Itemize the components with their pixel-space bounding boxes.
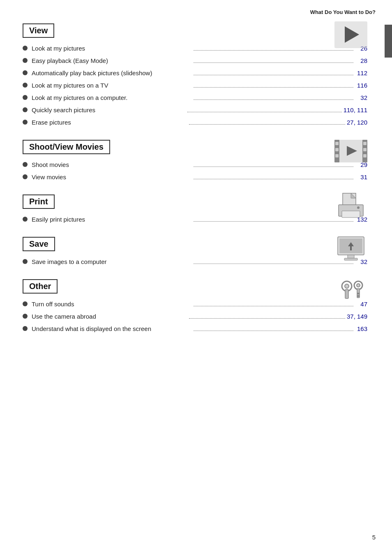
film-icon xyxy=(334,138,367,166)
item-label: Quickly search pictures xyxy=(32,105,186,115)
list-item: Save images to a computer32 xyxy=(23,257,367,267)
item-label: View movies xyxy=(32,172,192,182)
svg-rect-25 xyxy=(345,289,348,298)
bullet-icon xyxy=(23,174,28,179)
svg-rect-5 xyxy=(335,142,339,145)
svg-rect-19 xyxy=(348,255,354,258)
other-icon xyxy=(334,277,367,307)
svg-rect-15 xyxy=(342,211,360,217)
item-label: Look at my pictures on a computer. xyxy=(32,93,192,103)
page-tab xyxy=(385,25,392,58)
svg-rect-10 xyxy=(363,154,367,157)
page-header: What Do You Want to Do? xyxy=(0,0,392,19)
bullet-icon xyxy=(23,314,28,319)
list-item: Quickly search pictures110, 111 xyxy=(23,105,367,115)
main-content: View Look at my pictures26Easy playback … xyxy=(0,19,392,363)
section-save-header: Save xyxy=(23,237,367,251)
list-item: Turn off sounds47 xyxy=(23,299,367,309)
dot-leader xyxy=(194,99,354,100)
section-print-header: Print xyxy=(23,194,367,209)
section-print-body: Easily print pictures132 xyxy=(23,215,367,224)
section-view-title: View xyxy=(23,23,54,38)
svg-rect-6 xyxy=(335,148,339,151)
bullet-icon xyxy=(23,120,28,125)
page-reference: 116 xyxy=(355,81,367,90)
svg-rect-22 xyxy=(350,246,352,250)
dot-leader xyxy=(189,318,345,319)
dot-leader xyxy=(194,50,354,51)
list-item: Shoot movies29 xyxy=(23,160,367,170)
section-shoot-movies-title: Shoot/View Movies xyxy=(23,140,110,154)
list-item: View movies31 xyxy=(23,172,367,182)
svg-rect-29 xyxy=(357,293,360,294)
bullet-icon xyxy=(23,301,28,306)
bullet-icon xyxy=(23,326,28,331)
dot-leader xyxy=(194,221,354,222)
list-item: Automatically play back pictures (slides… xyxy=(23,68,367,78)
svg-point-16 xyxy=(357,206,360,209)
bullet-icon xyxy=(23,95,28,100)
section-other-body: Turn off sounds47Use the camera abroad37… xyxy=(23,299,367,334)
section-view-body: Look at my pictures26Easy playback (Easy… xyxy=(23,44,367,127)
list-item: Erase pictures27, 120 xyxy=(23,118,367,127)
section-other-title: Other xyxy=(23,279,58,294)
section-shoot-movies: Shoot/View Movies Shoot movies29View mov… xyxy=(23,140,367,182)
page-reference: 110, 111 xyxy=(344,105,367,115)
section-save-title: Save xyxy=(23,237,55,251)
item-label: Look at my pictures on a TV xyxy=(32,81,192,90)
page-reference: 32 xyxy=(355,93,367,103)
bullet-icon xyxy=(23,107,28,112)
item-label: Easy playback (Easy Mode) xyxy=(32,56,192,66)
item-label: Automatically play back pictures (slides… xyxy=(32,68,192,78)
print-icon xyxy=(334,192,367,222)
section-save: Save Save images to a computer32 xyxy=(23,237,367,267)
item-label: Turn off sounds xyxy=(32,299,192,309)
section-print-title: Print xyxy=(23,194,55,209)
page-reference: 163 xyxy=(355,324,367,334)
bullet-icon xyxy=(23,217,28,222)
svg-rect-30 xyxy=(357,295,360,297)
item-label: Look at my pictures xyxy=(32,44,192,53)
section-save-body: Save images to a computer32 xyxy=(23,257,367,267)
section-shoot-movies-header: Shoot/View Movies xyxy=(23,140,367,154)
section-other-header: Other xyxy=(23,279,367,294)
section-shoot-movies-body: Shoot movies29View movies31 xyxy=(23,160,367,182)
list-item: Understand what is displayed on the scre… xyxy=(23,324,367,334)
bullet-icon xyxy=(23,58,28,63)
bullet-icon xyxy=(23,162,28,167)
page-reference: 31 xyxy=(355,172,367,182)
dot-leader xyxy=(194,62,354,63)
item-label: Shoot movies xyxy=(32,160,192,170)
section-print: Print Easily print pictures132 xyxy=(23,194,367,224)
bullet-icon xyxy=(23,70,28,75)
bullet-icon xyxy=(23,259,28,264)
list-item: Look at my pictures26 xyxy=(23,44,367,53)
section-view: View Look at my pictures26Easy playback … xyxy=(23,23,367,127)
dot-leader xyxy=(194,264,354,264)
bullet-icon xyxy=(23,46,28,51)
bullet-icon xyxy=(23,83,28,88)
svg-rect-20 xyxy=(344,258,357,260)
section-view-header: View xyxy=(23,23,367,38)
dot-leader xyxy=(194,179,354,179)
page-reference: 27, 120 xyxy=(347,118,367,127)
dot-leader xyxy=(194,75,354,75)
play-icon xyxy=(334,21,367,49)
item-label: Erase pictures xyxy=(32,118,187,127)
item-label: Understand what is displayed on the scre… xyxy=(32,324,192,334)
item-label: Use the camera abroad xyxy=(32,312,187,322)
svg-rect-9 xyxy=(363,148,367,151)
page-number: 5 xyxy=(372,534,376,541)
svg-point-27 xyxy=(357,284,360,287)
page-reference: 112 xyxy=(355,68,367,78)
page-reference: 28 xyxy=(355,56,367,66)
list-item: Use the camera abroad37, 149 xyxy=(23,312,367,322)
dot-leader xyxy=(194,306,354,306)
dot-leader xyxy=(189,124,345,125)
dot-leader xyxy=(194,331,354,331)
item-label: Easily print pictures xyxy=(32,215,192,224)
section-other: Other Turn off sounds47Use the xyxy=(23,279,367,334)
dot-leader xyxy=(187,112,341,112)
page-reference: 37, 149 xyxy=(347,312,367,322)
list-item: Easy playback (Easy Mode)28 xyxy=(23,56,367,66)
